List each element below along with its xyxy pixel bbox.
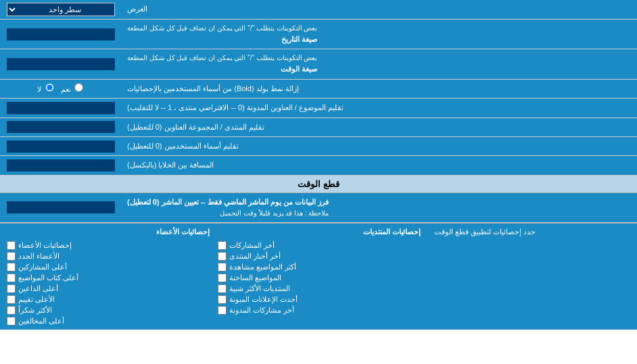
checkbox-item: أحدث الإعلانات المبونة <box>218 295 421 304</box>
chk-top-rated[interactable] <box>7 295 16 304</box>
time-format-row: بعض التكوينات يتطلب "/" التي يمكن ان تضا… <box>0 49 637 79</box>
bold-remove-row: إزالة نمط بولد (Bold) من أسماء المستخدمي… <box>0 80 637 99</box>
main-container: العرض سطر واحد سطران ثلاثة أسطر بعض التك… <box>0 0 637 330</box>
checkbox-item: أكثر المواضيع مشاهدة <box>218 263 421 271</box>
usernames-row: تقليم أسماء المستخدمين (0 للتعطيل) 0 <box>0 137 637 156</box>
time-cut-row: فرز البيانات من يوم الماشر الماضي فقط --… <box>0 193 637 223</box>
radio-no[interactable] <box>45 83 54 92</box>
date-format-row: بعض التكوينات يتطلب "/" التي يمكن ان تضا… <box>0 20 637 49</box>
cell-spacing-label: المسافة بين الخلايا (بالبكسل) <box>122 156 637 174</box>
chk-hot-topics[interactable] <box>218 274 227 282</box>
usernames-input[interactable]: 0 <box>7 140 115 153</box>
forum-group-input[interactable]: 33 <box>7 121 115 133</box>
checkbox-item: الأعضاء الجدد <box>7 252 210 261</box>
topics-titles-label: تقليم الموضوع / العناوين المدونة (0 -- ا… <box>122 99 637 117</box>
forum-group-label: تقليم المنتدى / المجموعة العناوين (0 للت… <box>122 118 637 136</box>
bold-remove-label: إزالة نمط بولد (Bold) من أسماء المستخدمي… <box>122 80 637 98</box>
chk-top-violators[interactable] <box>7 317 16 326</box>
checkbox-item: أخر أخبار المنتدى <box>218 252 421 261</box>
date-format-input-cell: d-m <box>0 20 122 49</box>
time-format-input[interactable]: H:i <box>7 58 115 70</box>
checkbox-item: أخر المشاركات <box>218 241 421 250</box>
radio-yes-label[interactable]: نعم <box>61 83 85 94</box>
stats-section: حدد إحصائيات لتطبيق قطع الوقت إحصائيات ا… <box>0 223 637 330</box>
checkbox-item: أخر مشاركات المدونة <box>218 306 421 315</box>
checkbox-item: أعلى المخالفين <box>7 317 210 326</box>
checkbox-item: الأعلى تقييم <box>7 295 210 304</box>
time-cut-label: فرز البيانات من يوم الماشر الماضي فقط --… <box>122 193 637 222</box>
cell-spacing-input[interactable]: 2 <box>7 159 115 172</box>
forum-group-input-cell: 33 <box>0 118 122 136</box>
forum-group-row: تقليم المنتدى / المجموعة العناوين (0 للت… <box>0 118 637 137</box>
header-label: العرض <box>122 0 637 19</box>
display-select[interactable]: سطر واحد سطران ثلاثة أسطر <box>7 3 115 16</box>
checkbox-item: أعلى المشاركين <box>7 263 210 271</box>
bold-remove-radio-cell: نعم لا <box>0 80 122 98</box>
usernames-input-cell: 0 <box>0 137 122 155</box>
member-stats-col: إحصائيات الأعضاء إحصائيات الأعضاء الأعضا… <box>3 226 214 327</box>
cell-spacing-row: المسافة بين الخلايا (بالبكسل) 2 <box>0 156 637 175</box>
cell-spacing-input-cell: 2 <box>0 156 122 174</box>
topics-titles-row: تقليم الموضوع / العناوين المدونة (0 -- ا… <box>0 99 637 118</box>
forum-stats-col: إحصائيات المنتديات أخر المشاركات أخر أخب… <box>214 226 425 327</box>
chk-new-members[interactable] <box>7 252 16 261</box>
date-format-label: بعض التكوينات يتطلب "/" التي يمكن ان تضا… <box>122 20 637 49</box>
checkbox-item: المواضيع الساخنة <box>218 274 421 282</box>
chk-last-blog-posts[interactable] <box>218 306 227 315</box>
checkbox-item: المنتديات الأكثر شبية <box>218 284 421 293</box>
chk-last-news[interactable] <box>218 252 227 261</box>
time-format-label: بعض التكوينات يتطلب "/" التي يمكن ان تضا… <box>122 49 637 78</box>
chk-last-posts[interactable] <box>218 241 227 250</box>
chk-most-viewed[interactable] <box>218 263 227 271</box>
topics-titles-input-cell: 33 <box>0 99 122 117</box>
time-format-input-cell: H:i <box>0 49 122 78</box>
checkboxes-area: إحصائيات المنتديات أخر المشاركات أخر أخب… <box>0 224 427 330</box>
time-cut-input-cell: 0 <box>0 193 122 222</box>
time-cut-input[interactable]: 0 <box>7 201 115 213</box>
chk-most-thanked[interactable] <box>7 306 16 315</box>
chk-top-topic-writers[interactable] <box>7 274 16 282</box>
radio-yes[interactable] <box>74 83 83 92</box>
chk-popular-forums[interactable] <box>218 284 227 293</box>
chk-member-stats[interactable] <box>7 241 16 250</box>
checkbox-item: إحصائيات الأعضاء <box>7 241 210 250</box>
chk-top-inviters[interactable] <box>7 284 16 293</box>
date-format-input[interactable]: d-m <box>7 28 115 41</box>
checkbox-item: الأكثر شكراً <box>7 306 210 315</box>
header-row: العرض سطر واحد سطران ثلاثة أسطر <box>0 0 637 20</box>
chk-announcements[interactable] <box>218 295 227 304</box>
header-input-cell: سطر واحد سطران ثلاثة أسطر <box>0 0 122 19</box>
checkbox-item: أعلى كتاب المواضيع <box>7 274 210 282</box>
col1-header: إحصائيات المنتديات <box>218 228 421 236</box>
topics-titles-input[interactable]: 33 <box>7 102 115 114</box>
time-cut-section-header: قطع الوقت <box>0 176 637 193</box>
checkbox-item: أعلى الداعين <box>7 284 210 293</box>
usernames-label: تقليم أسماء المستخدمين (0 للتعطيل) <box>122 137 637 155</box>
stats-apply-label: حدد إحصائيات لتطبيق قطع الوقت <box>427 224 637 330</box>
radio-no-label[interactable]: لا <box>37 83 55 94</box>
chk-top-posters[interactable] <box>7 263 16 271</box>
col2-header: إحصائيات الأعضاء <box>7 228 210 236</box>
